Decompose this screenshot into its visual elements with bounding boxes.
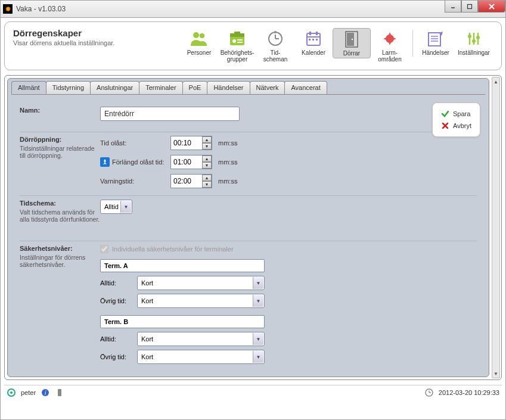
close-button[interactable] [478, 1, 505, 13]
window-controls [445, 1, 505, 13]
ribbon-larmomraden[interactable]: Larm-områden [371, 28, 409, 64]
calendar-icon [303, 29, 324, 48]
svg-rect-24 [347, 33, 354, 46]
device-icon[interactable] [55, 388, 64, 397]
x-icon [441, 122, 449, 130]
section-security: Säkerhetsnivåer: Inställningar för dörre… [20, 241, 477, 371]
window-title: Vaka - v1.03.03 [16, 5, 66, 13]
section-schedule: Tidschema: Valt tidschema används för al… [20, 196, 477, 241]
svg-point-25 [352, 39, 353, 40]
scrollbar[interactable]: ▲ ▼ [492, 77, 500, 378]
svg-rect-8 [234, 32, 240, 34]
page-subtitle: Visar dörrens aktuella inställningar. [13, 39, 180, 46]
section-dooropening: Dörröppning: Tidsinställningar relaterad… [20, 132, 477, 196]
minimize-button[interactable] [445, 1, 461, 13]
spin-down[interactable]: ▼ [202, 181, 212, 188]
info-icon[interactable]: i [41, 388, 50, 397]
door-icon [341, 30, 362, 49]
svg-point-26 [386, 35, 394, 43]
svg-point-4 [193, 32, 199, 38]
save-button[interactable]: Spara [440, 108, 473, 120]
svg-rect-20 [309, 39, 311, 41]
tab-anslutningar[interactable]: Anslutningar [90, 81, 139, 94]
settings-icon [463, 29, 485, 48]
svg-rect-22 [316, 39, 318, 41]
individual-label: Individuella säkerhetsnivåer för termina… [112, 245, 234, 253]
tab-tidstyrning[interactable]: Tidstyrning [46, 81, 91, 94]
term-b-ovrig-select[interactable]: Kort▼ [137, 350, 265, 364]
tab-natverk[interactable]: Nätverk [250, 81, 285, 94]
user-status-icon [7, 388, 16, 397]
chevron-down-icon: ▼ [253, 333, 263, 345]
open-desc: Tidsinställningar relaterade till dörröp… [20, 145, 95, 159]
tab-poe[interactable]: PoE [182, 81, 208, 94]
tab-handelser[interactable]: Händelser [207, 81, 250, 94]
app-icon: ✸ [3, 4, 13, 14]
term-b-ovrig-label: Övrig tid: [100, 353, 132, 360]
accessibility-icon [100, 157, 110, 167]
svg-rect-42 [58, 389, 61, 396]
status-bar: peter i 2012-03-20 10:29:33 [4, 385, 502, 399]
spin-up[interactable]: ▲ [202, 175, 212, 181]
clock-icon [265, 29, 286, 48]
ribbon-tidscheman[interactable]: Tid-scheman [256, 28, 294, 64]
people-icon [188, 29, 210, 48]
badge-icon [226, 29, 248, 48]
spin-up[interactable]: ▲ [202, 155, 212, 162]
svg-rect-10 [237, 39, 243, 41]
svg-point-15 [274, 31, 277, 33]
svg-point-39 [10, 391, 13, 394]
ribbon-personer[interactable]: Personer [180, 28, 218, 57]
tab-content: Namn: Dörröppning: Tidsinställningar rel… [11, 94, 485, 373]
tab-avancerat[interactable]: Avancerat [284, 81, 327, 94]
svg-point-34 [468, 35, 471, 38]
security-desc: Inställningar för dörrens säkerhetsnivåe… [20, 254, 85, 268]
term-b-alltid-label: Alltid: [100, 335, 132, 343]
ribbon-behorighetsgrupper[interactable]: Behörighets-grupper [218, 28, 256, 64]
spin-up[interactable]: ▲ [202, 136, 212, 143]
terminal-b-head: Term. B [100, 315, 265, 328]
name-input[interactable] [100, 107, 240, 121]
tab-panel: Allmänt Tidstyrning Anslutningar Termina… [7, 78, 489, 377]
clock-status-icon [424, 388, 434, 397]
action-box: Spara Avbryt [432, 102, 480, 137]
term-a-alltid-select[interactable]: Kort▼ [137, 276, 265, 290]
ribbon-installningar[interactable]: Inställningar [455, 28, 493, 57]
extended-label: Förlängd olåst tid: [112, 158, 164, 166]
titlebar: ✸ Vaka - v1.03.03 [0, 0, 506, 18]
term-a-ovrig-select[interactable]: Kort▼ [137, 294, 265, 308]
cancel-button[interactable]: Avbryt [440, 120, 473, 132]
individual-checkbox[interactable] [100, 245, 108, 253]
maximize-button[interactable] [461, 1, 478, 13]
ribbon-kalender[interactable]: Kalender [294, 28, 333, 57]
svg-rect-19 [316, 32, 318, 35]
warn-label: Varningstid: [100, 178, 134, 185]
ribbon-handelser[interactable]: Händelser [417, 28, 455, 57]
schedule-heading: Tidschema: [20, 200, 100, 207]
chevron-down-icon: ▼ [253, 351, 263, 363]
scroll-down[interactable]: ▼ [492, 369, 499, 378]
window-body: Dörregenskaper Visar dörrens aktuella in… [0, 18, 506, 420]
tab-terminaler[interactable]: Terminaler [139, 81, 182, 94]
terminal-a-head: Term. A [100, 259, 265, 272]
spin-down[interactable]: ▼ [202, 162, 212, 169]
svg-rect-18 [309, 32, 311, 35]
svg-rect-1 [468, 4, 472, 8]
time-unlocked-label: Tid olåst: [100, 139, 126, 147]
tab-allmant[interactable]: Allmänt [11, 81, 46, 94]
tab-container: ▲ ▼ Allmänt Tidstyrning Anslutningar Ter… [4, 75, 502, 380]
chevron-down-icon: ▼ [253, 277, 263, 289]
ribbon-dorrar[interactable]: Dörrar [333, 28, 371, 58]
scroll-up[interactable]: ▲ [492, 77, 499, 86]
svg-point-9 [232, 39, 236, 43]
term-b-alltid-select[interactable]: Kort▼ [137, 332, 265, 346]
status-datetime: 2012-03-20 10:29:33 [439, 389, 499, 396]
svg-point-35 [472, 39, 476, 43]
svg-point-36 [476, 36, 480, 39]
term-a-alltid-label: Alltid: [100, 279, 132, 287]
status-user: peter [21, 389, 36, 396]
spin-down[interactable]: ▼ [202, 143, 212, 150]
ribbon-separator [412, 30, 413, 57]
schedule-select[interactable]: Alltid ▼ [100, 200, 132, 214]
alarm-icon [379, 29, 401, 48]
